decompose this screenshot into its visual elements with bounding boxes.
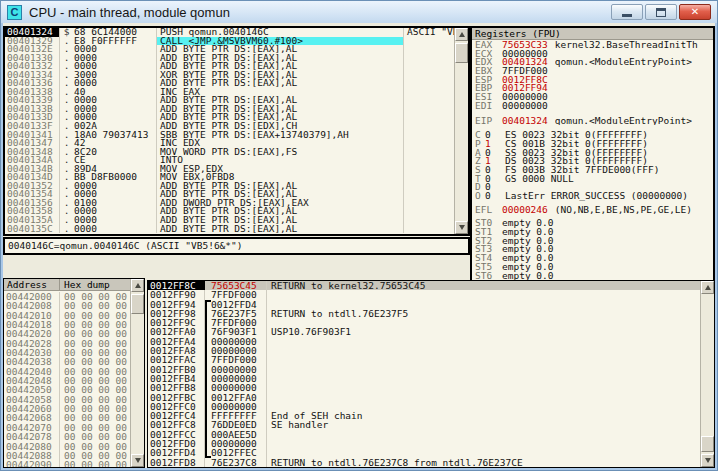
register-row[interactable]: EFL00000246(NO,NB,E,BE,NS,PE,GE,LE) <box>472 206 713 215</box>
flag-row[interactable]: O0LastErr ERROR_SUCCESS (00000000) <box>472 192 713 201</box>
stack-row[interactable]: 0012FF9876E237F5RETURN to ntdll.76E237F5 <box>148 309 700 318</box>
register-row[interactable]: EDI00000000 <box>472 102 713 111</box>
scroll-up-button[interactable] <box>131 279 144 292</box>
disasm-row[interactable]: 0040133D.0000ADD BYTE PTR DS:[EAX],AL <box>5 113 454 122</box>
stack-row[interactable]: 0012FFD40012FFEC <box>148 448 700 457</box>
disasm-row[interactable]: 00401358.0000ADD BYTE PTR DS:[EAX],AL <box>5 207 454 216</box>
stack-row[interactable]: 0012FF907FFDF000 <box>148 290 700 299</box>
titlebar[interactable]: C CPU - main thread, module qomun ✕ <box>1 1 717 23</box>
info-pane: 0040146C=qomun.0040146C (ASCII "VB5!6&*"… <box>3 237 470 255</box>
disasm-row[interactable]: 0040135A.0000ADD BYTE PTR DS:[EAX],AL <box>5 216 454 225</box>
disasm-row[interactable]: 00401339.0000ADD BYTE PTR DS:[EAX],AL <box>5 96 454 105</box>
disasm-row[interactable]: 00401341.18A0 79037413SBB BYTE PTR DS:[E… <box>5 131 454 140</box>
disasm-bytes: 0000 <box>73 182 157 191</box>
stack-row[interactable]: 0012FFB000000000 <box>148 365 700 374</box>
disassembly-scrollbar[interactable] <box>454 28 468 234</box>
disasm-comment <box>404 207 454 216</box>
disasm-instruction: INTO <box>157 156 404 165</box>
dump-bytes: 00 00 00 00 00 <box>60 423 130 432</box>
disasm-row[interactable]: 00401324$68 6C144000PUSH qomun.0040146CA… <box>5 28 454 37</box>
scroll-up-button[interactable] <box>455 28 468 41</box>
stack-value: 0012FFA0 <box>211 393 267 402</box>
scroll-down-button[interactable] <box>455 221 468 234</box>
stack-row[interactable]: 0012FFA400000000 <box>148 337 700 346</box>
dump-row[interactable]: 0044209000 00 00 00 00 <box>4 460 130 467</box>
disasm-row[interactable]: 0040134B.89D4MOV ESP,EDX <box>5 165 454 174</box>
stack-row[interactable]: 0012FFA800000000 <box>148 346 700 355</box>
stack-row[interactable]: 0012FFCC000AEE5D <box>148 430 700 439</box>
disasm-address: 00401352 <box>5 182 60 191</box>
stack-comment <box>267 290 700 299</box>
disasm-row[interactable]: 00401347.42INC EDX <box>5 139 454 148</box>
stack-row[interactable]: 0012FFC000000000 <box>148 402 700 411</box>
disasm-instruction: ADD BYTE PTR DS:[EAX],AL <box>157 207 404 216</box>
scroll-up-button[interactable] <box>701 281 714 294</box>
stack-row[interactable]: 0012FFC4FFFFFFFFEnd of SEH chain <box>148 411 700 420</box>
stack-row[interactable]: 0012FFB400000000 <box>148 374 700 383</box>
disasm-instruction: ADD BYTE PTR DS:[EAX],AL <box>157 216 404 225</box>
disasm-row[interactable]: 00401338.40INC EAX <box>5 88 454 97</box>
scrollbar-thumb[interactable] <box>131 294 144 314</box>
scrollbar-thumb[interactable] <box>701 436 714 452</box>
stack-row[interactable]: 0012FFD876E237C8RETURN to ntdll.76E237C8… <box>148 458 700 467</box>
stack-row[interactable]: 0012FFC876DDE0EDSE handler <box>148 420 700 429</box>
scrollbar-thumb[interactable] <box>455 43 468 63</box>
disasm-row[interactable]: 00401356.0100ADD DWORD PTR DS:[EAX],EAX <box>5 199 454 208</box>
disasm-comment <box>404 156 454 165</box>
disasm-row[interactable]: 00401336.0000ADD BYTE PTR DS:[EAX],AL <box>5 79 454 88</box>
disassembly-rows: 00401324$68 6C144000PUSH qomun.0040146CA… <box>5 28 454 234</box>
stack-row[interactable]: 0012FFD000000000 <box>148 439 700 448</box>
close-button[interactable]: ✕ <box>679 4 711 20</box>
stack-comment <box>267 383 700 392</box>
minimize-button[interactable] <box>611 4 643 20</box>
disasm-row[interactable]: 0040133F.002AADD BYTE PTR DS:[EDX],CH <box>5 122 454 131</box>
dump-scrollbar[interactable] <box>130 279 144 467</box>
register-name: EFL <box>475 206 502 215</box>
dump-header: Address Hex dump <box>4 279 130 291</box>
stack-row[interactable]: 0012FF940012FFD4 <box>148 300 700 309</box>
stack-value: 00000000 <box>211 374 267 383</box>
stack-comment <box>267 337 700 346</box>
stack-comment <box>267 300 700 309</box>
disasm-row[interactable]: 0040135C.0000ADD BYTE PTR DS:[EAX],AL <box>5 225 454 234</box>
stack-value: 000AEE5D <box>211 430 267 439</box>
stack-row[interactable]: 0012FFA076F903F1USP10.76F903F1 <box>148 327 700 336</box>
disasm-row[interactable]: 0040132E.0000ADD BYTE PTR DS:[EAX],AL <box>5 45 454 54</box>
disasm-comment <box>404 173 454 182</box>
stack-row[interactable]: 0012FFAC7FFDF000 <box>148 355 700 364</box>
disasm-instruction: ADD BYTE PTR DS:[EAX],AL <box>157 225 404 234</box>
disasm-address: 00401332 <box>5 62 60 71</box>
stack-row[interactable]: 0012FF8C75653C45RETURN to kernel32.75653… <box>148 281 700 290</box>
disasm-row[interactable]: 00401332.0000ADD BYTE PTR DS:[EAX],AL <box>5 62 454 71</box>
disasm-row[interactable]: 00401334.3000XOR BYTE PTR DS:[EAX],AL <box>5 71 454 80</box>
disasm-row[interactable]: 0040134D.BB D8FB0000MOV EBX,0FBD8 <box>5 173 454 182</box>
stack-value: 00000000 <box>211 402 267 411</box>
registers-pane: Registers (FPU) EAX75653C33kernel32.Base… <box>470 26 715 283</box>
stack-row[interactable]: 0012FFBC0012FFA0 <box>148 393 700 402</box>
stack-row[interactable]: 0012FF9C7FFDF000 <box>148 318 700 327</box>
disasm-bytes: 3000 <box>73 71 157 80</box>
disasm-row[interactable]: 0040133B.0000ADD BYTE PTR DS:[EAX],AL <box>5 105 454 114</box>
flag-row[interactable]: T0GS 0000 NULL <box>472 175 713 184</box>
disasm-row[interactable]: 00401352.0000ADD BYTE PTR DS:[EAX],AL <box>5 182 454 191</box>
disasm-bytes: 0100 <box>73 199 157 208</box>
maximize-button[interactable] <box>645 4 677 20</box>
disasm-row[interactable]: 00401329.E8 F0FFFFFFCALL <JMP.&MSVBVM60.… <box>5 37 454 46</box>
disasm-address: 0040134B <box>5 165 60 174</box>
stack-value: 7FFDF000 <box>211 290 267 299</box>
scroll-down-button[interactable] <box>701 454 714 467</box>
stack-scrollbar[interactable] <box>700 281 714 467</box>
disasm-row[interactable]: 00401330.0000ADD BYTE PTR DS:[EAX],AL <box>5 54 454 63</box>
stack-row[interactable]: 0012FFB800000000 <box>148 383 700 392</box>
disasm-row[interactable]: 0040134A.CEINTO <box>5 156 454 165</box>
register-row[interactable]: EIP00401324qomun.<ModuleEntryPoint> <box>472 117 713 126</box>
fpu-register-row[interactable]: ST6empty 0.0 <box>472 272 713 281</box>
disasm-instruction: ADD BYTE PTR DS:[EAX],AL <box>157 190 404 199</box>
scroll-down-button[interactable] <box>131 454 144 467</box>
dump-bytes: 00 00 00 00 00 <box>60 432 130 441</box>
stack-comment: RETURN to kernel32.75653C45 <box>267 281 700 290</box>
disasm-row[interactable]: 00401348.8C20MOV WORD PTR DS:[EAX],FS <box>5 148 454 157</box>
disasm-bytes: 68 6C144000 <box>73 28 157 37</box>
disasm-row[interactable]: 00401354.0000ADD BYTE PTR DS:[EAX],AL <box>5 190 454 199</box>
app-icon: C <box>7 5 22 20</box>
